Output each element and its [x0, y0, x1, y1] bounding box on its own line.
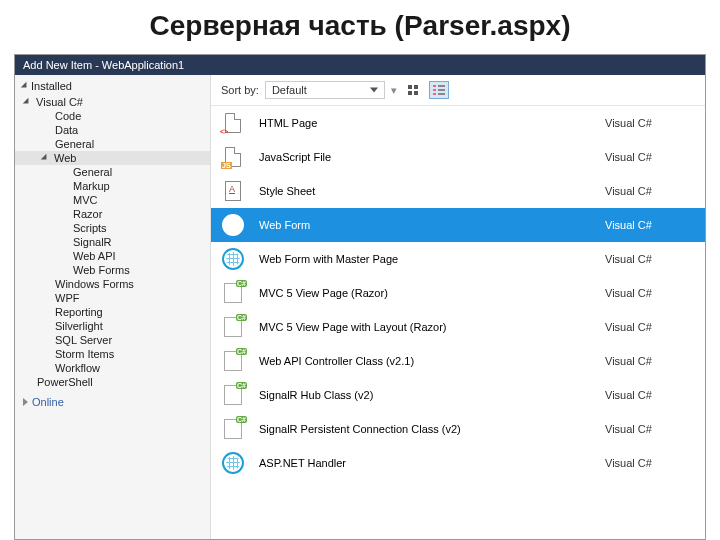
template-item-name: Web Form: [259, 219, 605, 231]
sidebar-item-label: Reporting: [55, 306, 103, 318]
template-item-row[interactable]: JSJavaScript FileVisual C#: [211, 140, 705, 174]
caret-down-icon: [41, 154, 49, 162]
template-item-row[interactable]: SignalR Persistent Connection Class (v2)…: [211, 412, 705, 446]
sidebar-item-label: Visual C#: [36, 96, 83, 108]
globe-icon: [222, 214, 244, 236]
sidebar-item-label: Web: [54, 152, 76, 164]
template-item-name: Web API Controller Class (v2.1): [259, 355, 605, 367]
template-item-name: ASP.NET Handler: [259, 457, 605, 469]
sidebar-item[interactable]: Data: [15, 123, 210, 137]
sidebar-item[interactable]: Scripts: [15, 221, 210, 235]
template-item-row[interactable]: SignalR Hub Class (v2)Visual C#: [211, 378, 705, 412]
sidebar-item[interactable]: MVC: [15, 193, 210, 207]
sidebar-item-label: Web API: [73, 250, 116, 262]
sidebar-item-label: Windows Forms: [55, 278, 134, 290]
sidebar-item-web[interactable]: Web: [15, 151, 210, 165]
template-item-row[interactable]: <>HTML PageVisual C#: [211, 106, 705, 140]
template-item-row[interactable]: Web Form with Master PageVisual C#: [211, 242, 705, 276]
sidebar-item[interactable]: Workflow: [15, 361, 210, 375]
sidebar-item-visual-csharp[interactable]: Visual C#: [15, 95, 210, 109]
sidebar-item-label: General: [73, 166, 112, 178]
sidebar-item[interactable]: General: [15, 165, 210, 179]
sidebar-item[interactable]: Web API: [15, 249, 210, 263]
template-item-name: Style Sheet: [259, 185, 605, 197]
sidebar-item-label: Workflow: [55, 362, 100, 374]
sidebar-item[interactable]: Code: [15, 109, 210, 123]
template-item-language: Visual C#: [605, 321, 695, 333]
sidebar-item-powershell[interactable]: PowerShell: [15, 375, 210, 389]
caret-right-icon: [23, 398, 28, 406]
page-heading: Серверная часть (Parser.aspx): [0, 0, 720, 48]
template-item-name: HTML Page: [259, 117, 605, 129]
sidebar-item-label: Storm Items: [55, 348, 114, 360]
template-item-list[interactable]: <>HTML PageVisual C#JSJavaScript FileVis…: [211, 106, 705, 539]
sort-by-value: Default: [272, 84, 307, 96]
csharp-file-icon: [224, 317, 242, 337]
template-item-language: Visual C#: [605, 117, 695, 129]
add-new-item-dialog: Add New Item - WebApplication1 Installed…: [14, 54, 706, 540]
sidebar-item[interactable]: General: [15, 137, 210, 151]
sidebar-group-label: Online: [32, 396, 64, 408]
template-toolbar: Sort by: Default ▾: [211, 75, 705, 106]
template-item-language: Visual C#: [605, 151, 695, 163]
template-item-name: SignalR Persistent Connection Class (v2): [259, 423, 605, 435]
globe-icon: [222, 452, 244, 474]
sidebar-item[interactable]: Web Forms: [15, 263, 210, 277]
sidebar-group-label: Installed: [31, 80, 72, 92]
template-item-language: Visual C#: [605, 219, 695, 231]
sidebar-item-label: Data: [55, 124, 78, 136]
sidebar-item-label: Code: [55, 110, 81, 122]
sidebar-item-label: Razor: [73, 208, 102, 220]
template-item-name: MVC 5 View Page with Layout (Razor): [259, 321, 605, 333]
sidebar-item[interactable]: Reporting: [15, 305, 210, 319]
sidebar-item-label: General: [55, 138, 94, 150]
sidebar-item[interactable]: Markup: [15, 179, 210, 193]
template-item-language: Visual C#: [605, 287, 695, 299]
sidebar-item[interactable]: SignalR: [15, 235, 210, 249]
caret-down-icon: [21, 82, 29, 90]
sidebar-item-label: WPF: [55, 292, 79, 304]
template-item-name: MVC 5 View Page (Razor): [259, 287, 605, 299]
js-file-icon: JS: [225, 147, 241, 167]
template-item-language: Visual C#: [605, 355, 695, 367]
sidebar-item-label: Scripts: [73, 222, 107, 234]
caret-down-icon: [23, 98, 31, 106]
grid-icon: [408, 85, 418, 95]
sidebar-item-label: SignalR: [73, 236, 112, 248]
template-item-row[interactable]: MVC 5 View Page (Razor)Visual C#: [211, 276, 705, 310]
template-item-name: SignalR Hub Class (v2): [259, 389, 605, 401]
template-item-row[interactable]: ASP.NET HandlerVisual C#: [211, 446, 705, 480]
template-item-language: Visual C#: [605, 423, 695, 435]
sidebar-item-label: Markup: [73, 180, 110, 192]
sidebar-item[interactable]: WPF: [15, 291, 210, 305]
template-item-row[interactable]: Style SheetVisual C#: [211, 174, 705, 208]
sidebar-item[interactable]: Razor: [15, 207, 210, 221]
template-item-row[interactable]: MVC 5 View Page with Layout (Razor)Visua…: [211, 310, 705, 344]
html-page-icon: <>: [225, 113, 241, 133]
sidebar-item-label: SQL Server: [55, 334, 112, 346]
view-list-button[interactable]: [429, 81, 449, 99]
template-item-language: Visual C#: [605, 389, 695, 401]
sidebar-item[interactable]: Storm Items: [15, 347, 210, 361]
category-sidebar: Installed Visual C# CodeDataGeneral Web …: [15, 75, 211, 539]
stylesheet-icon: [225, 181, 241, 201]
sidebar-item-label: Silverlight: [55, 320, 103, 332]
csharp-file-icon: [224, 351, 242, 371]
template-main-panel: Sort by: Default ▾ <>HTML PageVisual C#J…: [211, 75, 705, 539]
template-item-name: JavaScript File: [259, 151, 605, 163]
sidebar-group-online[interactable]: Online: [15, 393, 210, 411]
sidebar-item-label: MVC: [73, 194, 97, 206]
list-icon: [433, 85, 445, 95]
template-item-row[interactable]: Web API Controller Class (v2.1)Visual C#: [211, 344, 705, 378]
template-item-row[interactable]: Web FormVisual C#: [211, 208, 705, 242]
csharp-file-icon: [224, 385, 242, 405]
sidebar-item[interactable]: SQL Server: [15, 333, 210, 347]
sort-by-select[interactable]: Default: [265, 81, 385, 99]
sidebar-group-installed[interactable]: Installed: [15, 77, 210, 95]
sidebar-item[interactable]: Silverlight: [15, 319, 210, 333]
sidebar-item[interactable]: Windows Forms: [15, 277, 210, 291]
globe-icon: [222, 248, 244, 270]
template-item-name: Web Form with Master Page: [259, 253, 605, 265]
view-grid-button[interactable]: [403, 81, 423, 99]
csharp-file-icon: [224, 283, 242, 303]
